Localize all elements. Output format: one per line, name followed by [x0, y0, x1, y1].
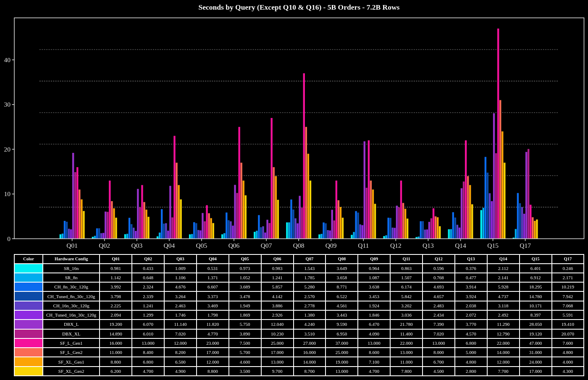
svg-text:0: 0 — [7, 235, 10, 242]
svg-text:Q07: Q07 — [261, 242, 272, 249]
svg-text:Q01: Q01 — [66, 242, 78, 249]
svg-text:Q11: Q11 — [358, 242, 369, 249]
svg-text:Q08: Q08 — [293, 242, 304, 249]
svg-text:Q02: Q02 — [99, 242, 110, 249]
svg-text:20: 20 — [4, 146, 11, 153]
svg-text:Q04: Q04 — [164, 242, 175, 249]
svg-text:Q12: Q12 — [390, 242, 402, 249]
svg-text:10: 10 — [4, 190, 11, 197]
svg-text:40: 40 — [4, 56, 11, 63]
svg-text:Q06: Q06 — [228, 242, 240, 249]
svg-text:Q15: Q15 — [487, 242, 499, 249]
svg-text:Seconds by Query (Except Q10 &: Seconds by Query (Except Q10 & Q16) - 5B… — [199, 3, 400, 11]
svg-text:30: 30 — [4, 101, 11, 108]
svg-text:Q14: Q14 — [455, 242, 466, 249]
svg-text:Q05: Q05 — [196, 242, 207, 249]
svg-text:Q13: Q13 — [423, 242, 434, 249]
svg-text:Q09: Q09 — [326, 242, 337, 249]
svg-text:Q03: Q03 — [131, 242, 142, 249]
svg-text:Q17: Q17 — [520, 242, 531, 249]
